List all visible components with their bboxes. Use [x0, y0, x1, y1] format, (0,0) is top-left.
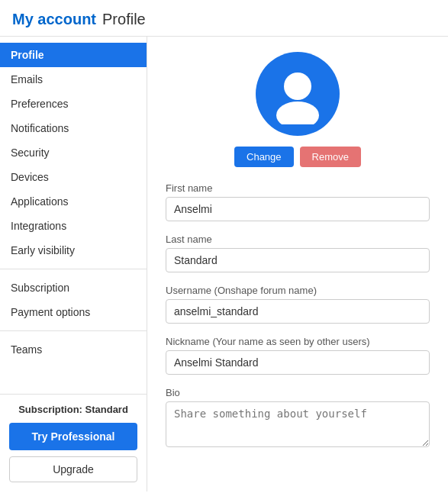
sidebar-bottom: Subscription: Standard Try Professional … [0, 394, 147, 491]
sidebar-nav: Profile Emails Preferences Notifications… [0, 43, 147, 394]
first-name-input[interactable] [166, 197, 430, 221]
main-layout: Profile Emails Preferences Notifications… [0, 37, 448, 491]
sidebar-item-applications[interactable]: Applications [0, 189, 147, 214]
main-content: Change Remove First name Last name Usern… [147, 37, 448, 491]
avatar-section: Change Remove [166, 52, 430, 167]
username-group: Username (Onshape forum name) [166, 285, 430, 324]
sidebar-item-emails[interactable]: Emails [0, 67, 147, 92]
last-name-label: Last name [166, 234, 430, 245]
bio-label: Bio [166, 387, 430, 398]
username-label: Username (Onshape forum name) [166, 285, 430, 296]
last-name-input[interactable] [166, 248, 430, 272]
nickname-label: Nickname (Your name as seen by other use… [166, 336, 430, 347]
avatar-icon [267, 63, 328, 124]
sidebar-item-payment-options[interactable]: Payment options [0, 300, 147, 324]
sidebar-item-early-visibility[interactable]: Early visibility [0, 238, 147, 263]
sidebar-item-teams[interactable]: Teams [0, 337, 147, 362]
upgrade-button[interactable]: Upgrade [9, 456, 137, 482]
bio-textarea[interactable] [166, 401, 430, 447]
sidebar-divider-2 [0, 330, 147, 331]
remove-avatar-button[interactable]: Remove [300, 147, 361, 167]
bio-group: Bio [166, 387, 430, 450]
change-avatar-button[interactable]: Change [234, 147, 294, 167]
try-professional-button[interactable]: Try Professional [9, 423, 137, 450]
profile-breadcrumb: Profile [102, 11, 146, 28]
sidebar-item-subscription[interactable]: Subscription [0, 276, 147, 300]
sidebar: Profile Emails Preferences Notifications… [0, 37, 147, 491]
sidebar-item-security[interactable]: Security [0, 140, 147, 165]
avatar [256, 52, 340, 136]
nickname-group: Nickname (Your name as seen by other use… [166, 336, 430, 375]
subscription-label: Subscription: Standard [9, 404, 137, 415]
sidebar-item-notifications[interactable]: Notifications [0, 116, 147, 140]
my-account-title: My account [12, 11, 96, 28]
sidebar-divider-1 [0, 269, 147, 269]
first-name-group: First name [166, 182, 430, 221]
sidebar-item-profile[interactable]: Profile [0, 43, 147, 67]
sidebar-item-integrations[interactable]: Integrations [0, 214, 147, 238]
page-header: My account Profile [0, 0, 448, 37]
svg-point-1 [276, 102, 319, 124]
avatar-buttons: Change Remove [234, 147, 361, 167]
username-input[interactable] [166, 299, 430, 324]
last-name-group: Last name [166, 234, 430, 272]
nickname-input[interactable] [166, 350, 430, 375]
svg-point-0 [284, 72, 311, 100]
sidebar-item-devices[interactable]: Devices [0, 165, 147, 189]
sidebar-item-preferences[interactable]: Preferences [0, 92, 147, 116]
first-name-label: First name [166, 182, 430, 194]
